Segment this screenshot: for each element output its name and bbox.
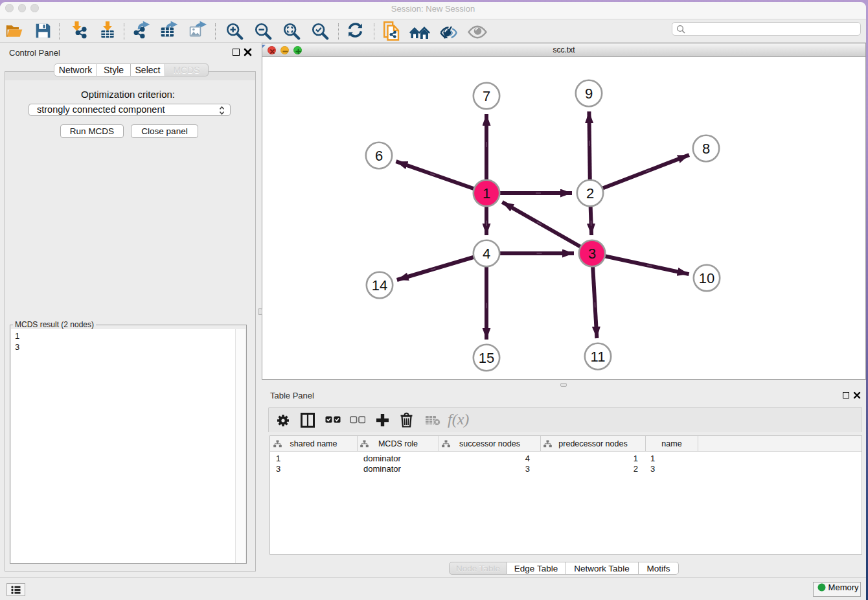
svg-text:3: 3 bbox=[588, 246, 596, 262]
svg-text:10: 10 bbox=[699, 270, 714, 286]
svg-text:7: 7 bbox=[483, 88, 490, 104]
svg-text:2: 2 bbox=[586, 185, 594, 202]
svg-text:4: 4 bbox=[483, 246, 490, 262]
svg-text:15: 15 bbox=[479, 350, 494, 366]
svg-text:9: 9 bbox=[585, 86, 593, 102]
svg-text:1: 1 bbox=[483, 185, 490, 202]
svg-text:6: 6 bbox=[375, 148, 383, 164]
svg-text:8: 8 bbox=[702, 141, 710, 157]
svg-text:14: 14 bbox=[372, 277, 387, 294]
svg-text:11: 11 bbox=[591, 349, 606, 365]
